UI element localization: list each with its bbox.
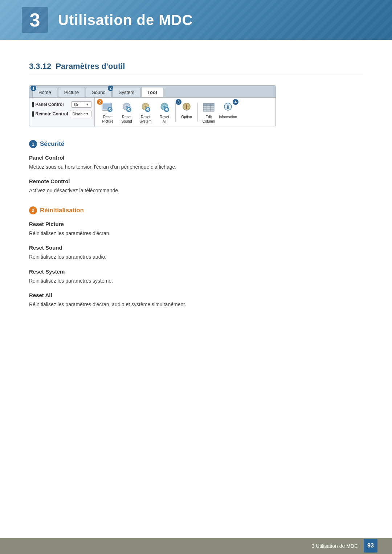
svg-point-5 (126, 106, 128, 108)
section-2-content: Reset Picture Réinitialisez les paramètr… (29, 221, 363, 309)
tab-home[interactable]: 1 Home (32, 87, 57, 97)
reset-sound-btn[interactable]: ResetSound (118, 100, 135, 124)
panel-control-dropdown[interactable]: On ▼ (72, 101, 91, 108)
tab-bar: 1 Home Picture Sound 2 System Tool (29, 86, 275, 98)
section-heading: 3.3.12 Paramètres d'outil (29, 62, 363, 74)
footer-page-number: 93 (364, 539, 377, 553)
right-panel: 2 (95, 98, 275, 127)
reset-sound-text: Réinitialisez les paramètres audio. (29, 253, 363, 261)
remote-control-value: Disable (72, 112, 86, 116)
information-label: Information (219, 115, 237, 119)
page-footer: 3 Utilisation de MDC 93 (0, 538, 392, 554)
panel-control-value: On (74, 102, 79, 107)
tab-num-1: 1 (30, 85, 36, 91)
tab-sound[interactable]: Sound 2 (86, 87, 112, 97)
remote-control-dropdown[interactable]: Disable ▼ (70, 111, 91, 117)
section-2-title: Réinitialisation (40, 207, 84, 214)
panel-control-text: Mettez sous ou hors tension l'écran d'un… (29, 163, 363, 171)
section-2-badge: 2 (29, 206, 37, 214)
reset-all-text: Réinitialisez les paramètres d'écran, au… (29, 300, 363, 308)
chapter-number: 3 (30, 11, 40, 29)
reset-all-label: ResetAll (160, 115, 169, 124)
footer-text: 3 Utilisation de MDC (311, 543, 358, 549)
reset-system-btn[interactable]: ResetSystem (137, 100, 154, 124)
edit-column-label: EditColumn (203, 115, 215, 124)
reset-all-icon (157, 100, 172, 114)
panel-body: ▌Panel Control On ▼ ▌Remote Control Disa… (29, 98, 275, 127)
reset-picture-text: Réinitialisez les paramètres d'écran. (29, 229, 363, 237)
reset-all-heading: Reset All (29, 292, 363, 298)
left-panel: ▌Panel Control On ▼ ▌Remote Control Disa… (29, 98, 95, 127)
section-1-title: Sécurité (40, 140, 64, 148)
panel-control-arrow: ▼ (86, 103, 89, 106)
panel-control-row: ▌Panel Control On ▼ (32, 101, 91, 108)
remote-control-row: ▌Remote Control Disable ▼ (32, 111, 91, 117)
edit-column-btn[interactable]: EditColumn (200, 100, 217, 124)
reset-picture-label: ResetPicture (102, 115, 113, 124)
reset-sound-heading: Reset Sound (29, 245, 363, 251)
svg-point-13 (163, 106, 166, 108)
group-num-4: 4 (233, 99, 238, 105)
edit-info-buttons: EditColumn Information (200, 100, 237, 124)
group-num-3: 3 (176, 99, 181, 105)
reset-picture-icon (101, 100, 115, 114)
svg-point-9 (144, 106, 147, 108)
option-icon (179, 100, 194, 114)
chapter-number-box: 3 (22, 7, 48, 33)
divider-1 (175, 103, 176, 122)
reset-all-btn[interactable]: ResetAll (156, 100, 173, 124)
divider-2 (197, 103, 198, 122)
reset-system-label: ResetSystem (139, 115, 151, 124)
remote-control-text: Activez ou désactivez la télécommande. (29, 186, 363, 194)
svg-point-26 (227, 104, 229, 106)
svg-point-16 (186, 104, 187, 106)
svg-rect-27 (227, 106, 229, 109)
reset-buttons: ResetPicture (99, 100, 173, 124)
reset-sound-icon (119, 100, 134, 114)
toolbar-group-option: 3 Option (178, 100, 195, 119)
main-content: 3.3.12 Paramètres d'outil 1 Home Picture… (0, 40, 392, 339)
section-1-content: Panel Control Mettez sous ou hors tensio… (29, 155, 363, 195)
reset-sound-label: ResetSound (122, 115, 132, 124)
svg-rect-20 (203, 103, 214, 106)
panel-control-heading: Panel Control (29, 155, 363, 161)
remote-control-arrow: ▼ (86, 112, 89, 116)
toolbar-group-reset: 2 (99, 100, 173, 124)
section-1-badge: 1 (29, 140, 37, 148)
chapter-banner: 3 Utilisation de MDC (0, 0, 392, 40)
section-2-title-row: 2 Réinitialisation (29, 206, 363, 214)
remote-control-heading: Remote Control (29, 178, 363, 184)
toolbar-group-edit: 4 (200, 100, 237, 124)
tab-system[interactable]: System (113, 87, 140, 97)
group-num-2: 2 (97, 99, 103, 105)
reset-picture-heading: Reset Picture (29, 221, 363, 227)
option-label: Option (181, 115, 192, 119)
ui-panel: 1 Home Picture Sound 2 System Tool ▌Pane… (29, 85, 276, 127)
edit-column-icon (201, 100, 216, 114)
reset-system-text: Réinitialisez les paramètres système. (29, 277, 363, 285)
section-1-title-row: 1 Sécurité (29, 140, 363, 148)
tab-tool[interactable]: Tool (141, 87, 163, 97)
reset-system-icon (138, 100, 153, 114)
tab-picture[interactable]: Picture (58, 87, 85, 97)
remote-control-label: ▌Remote Control (32, 111, 68, 116)
chapter-title: Utilisation de MDC (58, 12, 193, 28)
reset-system-heading: Reset System (29, 268, 363, 275)
panel-control-label: ▌Panel Control (32, 102, 64, 107)
